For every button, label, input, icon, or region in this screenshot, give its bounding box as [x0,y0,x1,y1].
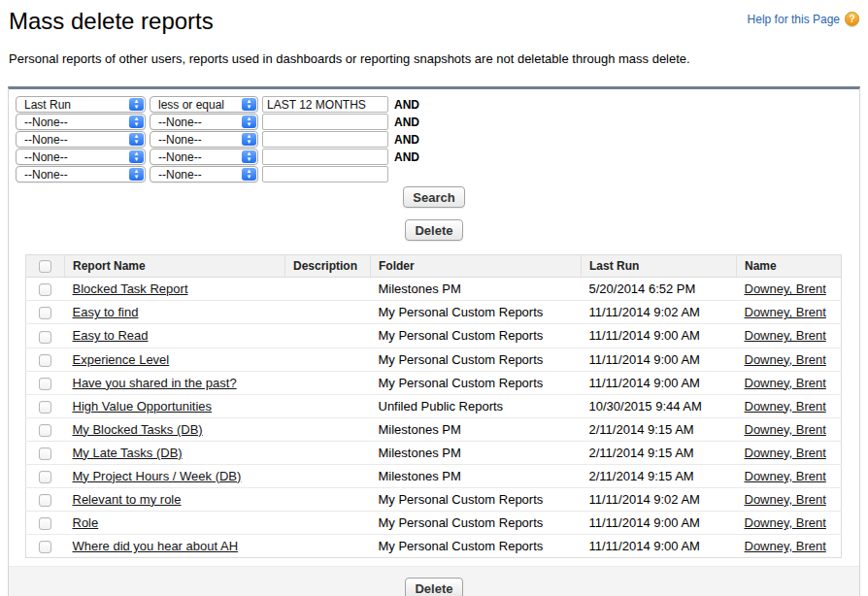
report-name-link[interactable]: My Blocked Tasks (DB) [73,422,203,437]
filter-field-select-value: Last Run [24,98,71,112]
owner-name-link[interactable]: Downey, Brent [745,328,826,343]
filter-row-3: --None--▲▼--None--▲▼AND [16,131,859,148]
filter-field-select-value: --None-- [24,150,68,164]
table-row: Blocked Task ReportMilestones PM5/20/201… [26,278,842,301]
row-checkbox[interactable] [39,424,51,437]
column-header-description: Description [285,255,371,278]
folder-cell: My Personal Custom Reports [371,371,582,394]
folder-cell: My Personal Custom Reports [371,535,582,558]
filter-row-2: --None--▲▼--None--▲▼AND [16,114,859,130]
last-run-cell: 11/11/2014 9:02 AM [582,301,737,324]
filter-value-input[interactable] [262,114,388,130]
owner-name-link[interactable]: Downey, Brent [745,446,826,460]
page-header: Mass delete reports Help for this Page ? [0,0,868,35]
filter-value-input[interactable] [262,166,388,182]
report-name-link[interactable]: Easy to Read [73,328,149,343]
owner-name-cell: Downey, Brent [737,394,842,417]
owner-name-link[interactable]: Downey, Brent [745,469,826,483]
owner-name-link[interactable]: Downey, Brent [745,422,826,437]
report-name-link[interactable]: Relevant to my role [73,492,182,507]
description-cell [285,441,371,464]
report-name-cell: Where did you hear about AH [65,535,285,558]
filter-operator-select[interactable]: --None--▲▼ [150,131,258,148]
help-icon[interactable]: ? [845,12,859,26]
owner-name-link[interactable]: Downey, Brent [745,515,826,530]
last-run-cell: 11/11/2014 9:02 AM [582,487,737,511]
row-checkbox[interactable] [39,541,51,553]
row-checkbox-cell [26,278,65,301]
filter-field-select[interactable]: --None--▲▼ [16,131,146,148]
row-checkbox[interactable] [39,494,51,507]
row-checkbox[interactable] [39,283,51,296]
column-header-name: Name [737,255,842,278]
report-name-link[interactable]: Easy to find [73,305,139,319]
search-button[interactable]: Search [403,186,464,208]
owner-name-link[interactable]: Downey, Brent [745,281,826,296]
folder-cell: Milestones PM [371,278,582,301]
table-row: Where did you hear about AHMy Personal C… [26,535,842,558]
filter-operator-select[interactable]: less or equal▲▼ [150,96,258,113]
owner-name-link[interactable]: Downey, Brent [745,305,826,319]
filter-operator-select[interactable]: --None--▲▼ [150,149,258,165]
report-name-link[interactable]: High Value Opportunities [73,399,213,414]
report-name-cell: My Late Tasks (DB) [65,441,285,464]
report-name-link[interactable]: Where did you hear about AH [73,539,239,553]
row-checkbox-cell [26,348,65,371]
owner-name-link[interactable]: Downey, Brent [745,352,826,367]
last-run-cell: 2/11/2014 9:15 AM [582,464,737,487]
filter-operator-select[interactable]: --None--▲▼ [150,114,258,130]
delete-button-top[interactable]: Delete [405,219,462,241]
filter-operator-select[interactable]: --None--▲▼ [150,166,258,182]
select-all-checkbox[interactable] [39,260,51,273]
row-checkbox[interactable] [39,378,51,390]
filter-operator-select-value: --None-- [158,133,202,147]
filter-value-input[interactable] [262,149,388,165]
last-run-cell: 11/11/2014 9:00 AM [582,324,737,348]
filter-value-input[interactable] [262,131,388,148]
main-panel: Last Run▲▼less or equal▲▼AND--None--▲▼--… [8,86,860,596]
folder-cell: Unfiled Public Reports [371,394,582,417]
owner-name-link[interactable]: Downey, Brent [745,399,826,414]
report-name-link[interactable]: Role [73,515,99,530]
row-checkbox[interactable] [39,354,51,367]
report-name-link[interactable]: My Late Tasks (DB) [73,446,183,460]
filter-field-select-value: --None-- [24,168,68,182]
report-name-link[interactable]: Experience Level [73,352,170,367]
filter-value-input[interactable] [262,96,388,113]
row-checkbox[interactable] [39,307,51,319]
filter-row-5: --None--▲▼--None--▲▼ [16,166,859,182]
report-name-cell: Easy to find [65,301,285,324]
help-link-text[interactable]: Help for this Page [748,13,840,26]
report-name-link[interactable]: Have you shared in the past? [73,376,237,390]
row-checkbox-cell [26,371,65,394]
filter-field-select[interactable]: --None--▲▼ [16,166,146,182]
row-checkbox[interactable] [39,331,51,344]
table-row: High Value OpportunitiesUnfiled Public R… [26,394,842,417]
filter-field-select[interactable]: --None--▲▼ [16,114,146,130]
report-name-link[interactable]: My Project Hours / Week (DB) [73,469,242,483]
row-checkbox[interactable] [39,517,51,530]
row-checkbox[interactable] [39,401,51,414]
filter-operator-select-value: --None-- [158,168,202,182]
owner-name-link[interactable]: Downey, Brent [745,539,826,553]
and-label: AND [394,133,419,147]
owner-name-link[interactable]: Downey, Brent [745,492,826,507]
column-header-folder: Folder [371,255,582,278]
report-name-link[interactable]: Blocked Task Report [73,281,188,296]
row-checkbox-cell [26,301,65,324]
row-checkbox-cell [26,417,65,441]
last-run-cell: 11/11/2014 9:00 AM [582,371,737,394]
report-name-cell: Easy to Read [65,324,285,348]
filter-field-select[interactable]: --None--▲▼ [16,149,146,165]
filter-field-select[interactable]: Last Run▲▼ [16,96,146,113]
last-run-cell: 11/11/2014 9:00 AM [582,535,737,558]
delete-button-bottom[interactable]: Delete [405,578,462,596]
help-link[interactable]: Help for this Page ? [748,12,859,26]
column-header-last-run: Last Run [582,255,737,278]
table-row: Relevant to my roleMy Personal Custom Re… [26,487,842,511]
row-checkbox[interactable] [39,447,51,460]
table-row: My Project Hours / Week (DB)Milestones P… [26,464,842,487]
row-checkbox[interactable] [39,471,51,483]
owner-name-link[interactable]: Downey, Brent [745,376,826,390]
last-run-cell: 10/30/2015 9:44 AM [582,394,737,417]
